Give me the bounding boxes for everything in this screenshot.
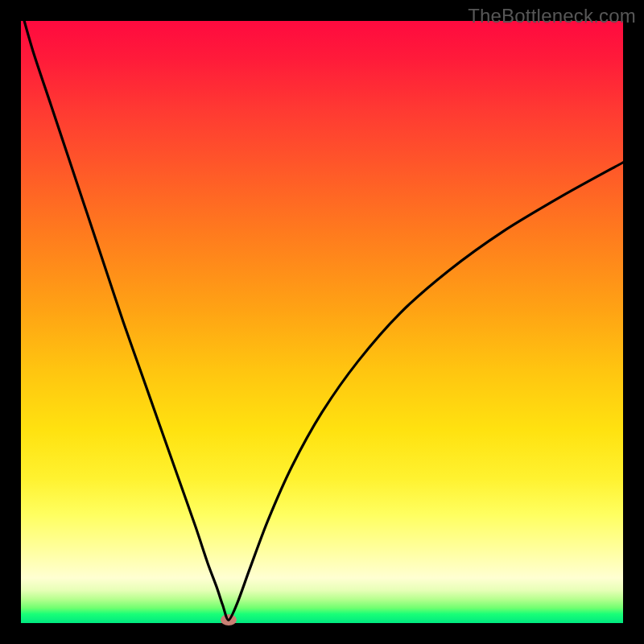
- bottleneck-curve: [21, 21, 623, 623]
- plot-area: [21, 21, 623, 623]
- watermark-text: TheBottleneck.com: [468, 5, 636, 27]
- chart-frame: TheBottleneck.com: [0, 0, 644, 644]
